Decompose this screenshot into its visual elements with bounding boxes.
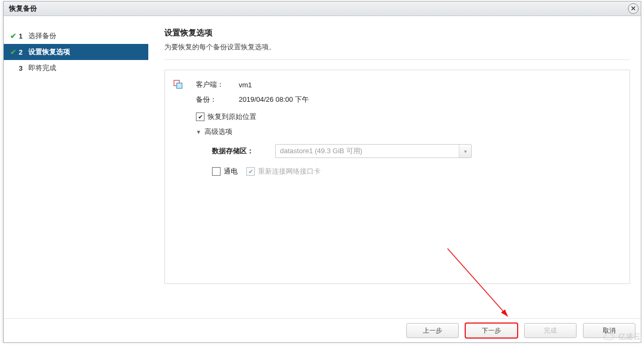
restore-original-checkbox[interactable] bbox=[196, 112, 204, 121]
client-label: 客户端： bbox=[196, 80, 239, 89]
reconnect-nic-checkbox bbox=[246, 167, 255, 176]
close-button[interactable]: ✕ bbox=[628, 3, 639, 14]
restore-original-row: 恢复到原始位置 bbox=[196, 112, 615, 122]
caret-down-icon: ▼ bbox=[196, 129, 201, 135]
cancel-button[interactable]: 取消 bbox=[583, 323, 635, 338]
client-row: 客户端： vm1 bbox=[196, 80, 615, 89]
step-number: 2 bbox=[19, 48, 28, 56]
backup-value: 2019/04/26 08:00 下午 bbox=[239, 95, 309, 104]
next-button[interactable]: 下一步 bbox=[465, 323, 518, 338]
next-button-label: 下一步 bbox=[482, 326, 501, 335]
page-title: 设置恢复选项 bbox=[164, 28, 630, 38]
power-on-checkbox[interactable] bbox=[212, 167, 221, 176]
advanced-options-toggle[interactable]: ▼ 高级选项 bbox=[196, 127, 615, 137]
datastore-row: 数据存储区： datastore1 (49.3 GiB 可用) ▾ bbox=[212, 144, 615, 158]
step-number: 3 bbox=[19, 64, 28, 72]
prev-button[interactable]: 上一步 bbox=[406, 323, 459, 338]
reconnect-nic-label: 重新连接网络接口卡 bbox=[258, 167, 321, 176]
power-row: 通电 重新连接网络接口卡 bbox=[212, 167, 615, 176]
check-icon: ✔ bbox=[10, 32, 19, 40]
window-title: 恢复备份 bbox=[9, 4, 37, 13]
wizard-step-set-options[interactable]: ✔ 2 设置恢复选项 bbox=[4, 44, 148, 60]
power-on-label: 通电 bbox=[224, 167, 238, 176]
cancel-button-label: 取消 bbox=[603, 326, 616, 335]
wizard-step-select-backup[interactable]: ✔ 1 选择备份 bbox=[4, 28, 148, 44]
main-content: 设置恢复选项 为要恢复的每个备份设置恢复选项。 客户端： vm1 备份： 201… bbox=[148, 16, 641, 318]
step-label: 选择备份 bbox=[28, 31, 56, 41]
divider bbox=[164, 59, 630, 60]
dialog-body: ✔ 1 选择备份 ✔ 2 设置恢复选项 3 即将完成 设置恢复选项 为要恢复的每… bbox=[4, 16, 641, 318]
close-icon: ✕ bbox=[631, 5, 636, 12]
backup-label: 备份： bbox=[196, 95, 239, 104]
client-value: vm1 bbox=[239, 81, 252, 89]
wizard-step-finish[interactable]: 3 即将完成 bbox=[4, 60, 148, 76]
wizard-sidebar: ✔ 1 选择备份 ✔ 2 设置恢复选项 3 即将完成 bbox=[4, 16, 148, 318]
vm-icon bbox=[173, 80, 183, 89]
prev-button-label: 上一步 bbox=[423, 326, 442, 335]
step-number: 1 bbox=[19, 32, 28, 40]
step-label: 设置恢复选项 bbox=[28, 47, 70, 57]
datastore-select[interactable]: datastore1 (49.3 GiB 可用) ▾ bbox=[275, 144, 472, 158]
svg-rect-1 bbox=[177, 83, 182, 88]
step-label: 即将完成 bbox=[28, 63, 56, 73]
page-subtitle: 为要恢复的每个备份设置恢复选项。 bbox=[164, 42, 630, 52]
chevron-down-icon: ▾ bbox=[459, 145, 471, 158]
backup-panel: 客户端： vm1 备份： 2019/04/26 08:00 下午 恢复到原始位置… bbox=[164, 70, 630, 284]
finish-button-label: 完成 bbox=[544, 326, 557, 335]
titlebar: 恢复备份 ✕ bbox=[4, 2, 641, 16]
datastore-label: 数据存储区： bbox=[212, 146, 275, 156]
finish-button: 完成 bbox=[524, 323, 577, 338]
backup-row: 备份： 2019/04/26 08:00 下午 bbox=[196, 95, 615, 104]
restore-original-label: 恢复到原始位置 bbox=[208, 112, 256, 122]
advanced-options-content: 数据存储区： datastore1 (49.3 GiB 可用) ▾ 通电 重新连… bbox=[212, 144, 615, 176]
check-icon: ✔ bbox=[10, 48, 19, 56]
advanced-options-label: 高级选项 bbox=[204, 127, 232, 137]
restore-backup-modal: 恢复备份 ✕ ✔ 1 选择备份 ✔ 2 设置恢复选项 3 即将完成 设置恢复选 bbox=[3, 1, 641, 343]
dialog-footer: 上一步 下一步 完成 取消 bbox=[4, 318, 641, 342]
datastore-select-value: datastore1 (49.3 GiB 可用) bbox=[276, 145, 459, 158]
